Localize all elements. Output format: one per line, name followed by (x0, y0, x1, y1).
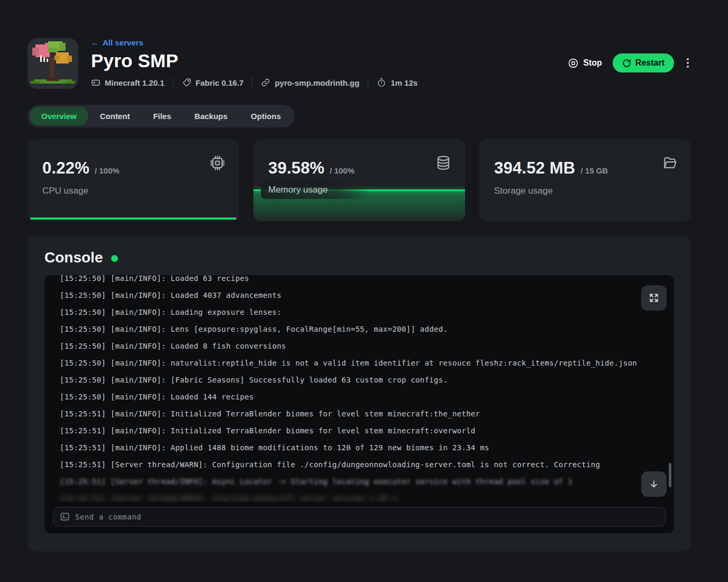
meta-divider (173, 78, 174, 87)
console-log-line: [15:25:50] [main/INFO]: Loaded 144 recip… (60, 388, 674, 405)
storage-usage-label: Storage usage (494, 186, 553, 196)
console-log-line: [15:25:50] [main/INFO]: Loaded 8 fish co… (60, 338, 674, 354)
console-log-line: [15:25:50] [main/INFO]: Loaded 4037 adva… (60, 287, 674, 304)
stats-row: 0.22% / 100% CPU usage 39.58% / 100% Mem… (28, 139, 691, 221)
console-log-line: [15:25:51] [main/INFO]: Initialized Terr… (60, 405, 674, 422)
back-link-label: All servers (103, 38, 143, 47)
console-log-line: [15:25:50] [main/INFO]: Loaded 63 recipe… (60, 275, 674, 287)
console-log-line: [15:25:51] [main/INFO]: Applied 1488 bio… (60, 439, 674, 456)
console-scrollbar-thumb[interactable] (669, 463, 671, 487)
database-icon (435, 155, 451, 171)
console-log-line: [15:25:51] [Server thread/WARN]: Configu… (60, 456, 674, 473)
meta-divider (252, 78, 252, 87)
console-log-line: [15:25:51] [Server thread/INFO]: Async L… (60, 473, 674, 490)
server-meta-gamepad: Minecraft 1.20.1 (91, 78, 165, 87)
meta-label: Fabric 0.16.7 (196, 78, 244, 87)
server-title: Pyro SMP (91, 50, 417, 71)
gamepad-icon (91, 78, 101, 87)
tab-files[interactable]: Files (141, 107, 183, 125)
console-log-line: [15:25:50] [main/INFO]: Lens [exposure:s… (60, 321, 674, 338)
section-tabbar: OverviewContentFilesBackupsOptions (28, 105, 295, 128)
meta-label: 1m 12s (390, 78, 417, 87)
timer-icon (377, 78, 386, 87)
console-log-line: [15:25:50] [main/INFO]: Loading exposure… (60, 304, 674, 321)
link-icon (261, 78, 270, 87)
memory-usage-value: 39.58% (268, 159, 324, 178)
cpu-usage-bar (30, 217, 236, 220)
command-input[interactable] (75, 513, 665, 521)
restart-button[interactable]: Restart (613, 53, 674, 72)
console-fullscreen-button[interactable] (641, 285, 667, 311)
arrow-down-icon (649, 479, 659, 489)
back-arrow-icon: ← (91, 39, 99, 47)
back-to-all-servers-link[interactable]: ← All servers (91, 38, 417, 47)
stop-icon (568, 58, 579, 69)
memory-usage-card: 39.58% / 100% Memory usage (253, 139, 465, 221)
console-status-dot (111, 255, 118, 262)
meta-label: Minecraft 1.20.1 (105, 78, 165, 87)
server-meta-tag: Fabric 0.16.7 (182, 78, 244, 87)
memory-usage-limit: / 100% (330, 166, 354, 175)
tab-content[interactable]: Content (88, 107, 142, 125)
cpu-usage-label: CPU usage (42, 186, 88, 196)
server-avatar (28, 38, 78, 89)
console-log-line: [15:25:50] [main/INFO]: [Fabric Seasons]… (60, 371, 674, 388)
server-meta-timer: 1m 12s (377, 78, 417, 87)
tag-icon (182, 78, 192, 87)
server-meta-row: Minecraft 1.20.1Fabric 0.16.7pyro-smp.mo… (91, 78, 417, 87)
console-log-line: [15:25:51] [main/INFO]: Initialized Terr… (60, 422, 674, 439)
restart-icon (622, 59, 631, 68)
storage-usage-card: 394.52 MB / 15 GB Storage usage (479, 139, 691, 221)
cpu-usage-card: 0.22% / 100% CPU usage (28, 139, 239, 221)
cpu-icon (210, 155, 225, 171)
memory-usage-label-chip: Memory usage (261, 181, 370, 199)
cpu-usage-limit: / 100% (95, 166, 120, 175)
console-card: Console [15:25:50] [main/INFO]: Loaded 6… (28, 235, 691, 551)
console-log-line: [15:25:50] [main/INFO]: naturalist:repti… (60, 354, 674, 371)
console-title: Console (44, 249, 103, 266)
console-log-line: [15:25:51] [Server thread/INFO]: Startin… (60, 490, 674, 502)
meta-label: pyro-smp.modrinth.gg (275, 78, 359, 87)
folder-open-icon (661, 155, 677, 171)
meta-divider (368, 78, 368, 87)
tree-pixel-art (28, 38, 78, 89)
server-meta-link[interactable]: pyro-smp.modrinth.gg (261, 78, 359, 87)
console-terminal: [15:25:50] [main/INFO]: Loaded 63 recipe… (44, 275, 674, 533)
tab-overview[interactable]: Overview (30, 107, 88, 125)
storage-usage-limit: / 15 GB (580, 166, 608, 175)
stop-button[interactable]: Stop (568, 58, 602, 69)
scroll-to-bottom-button[interactable] (641, 471, 667, 497)
memory-usage-label: Memory usage (268, 185, 327, 195)
expand-icon (649, 293, 659, 303)
tab-backups[interactable]: Backups (183, 107, 240, 125)
cpu-usage-value: 0.22% (42, 159, 89, 178)
storage-usage-value: 394.52 MB (494, 159, 575, 178)
more-options-button[interactable] (685, 56, 691, 70)
command-input-box (53, 507, 666, 526)
console-log[interactable]: [15:25:50] [main/INFO]: Loaded 63 recipe… (44, 275, 674, 502)
tab-options[interactable]: Options (239, 107, 293, 125)
terminal-prompt-icon (60, 512, 70, 522)
server-actions: Stop Restart (568, 53, 691, 73)
